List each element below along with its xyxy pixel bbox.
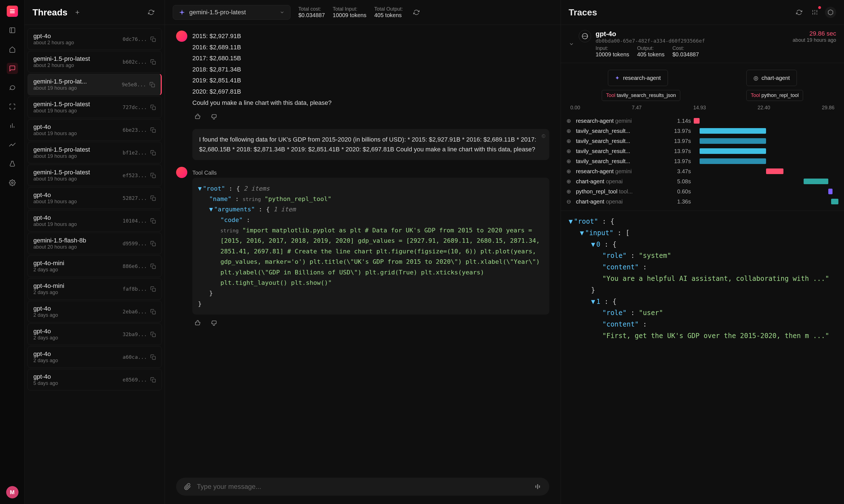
copy-icon[interactable] [150,36,156,42]
expand-icon[interactable] [7,101,18,112]
voice-icon[interactable] [534,483,541,490]
minus-icon[interactable]: ⊖ [567,198,573,205]
gemini-icon [179,9,185,16]
thread-item[interactable]: gemini-1.5-pro-latestabout 19 hours agob… [28,142,162,163]
copy-icon[interactable] [149,82,155,88]
copy-icon[interactable] [150,195,156,201]
home-icon[interactable] [7,44,18,55]
user-message: I found the following data for UK's GDP … [192,129,549,160]
panel-icon[interactable] [7,25,18,36]
plus-icon[interactable]: ⊕ [567,128,573,134]
thread-item[interactable]: gpt-4o2 days ago32ba9... [28,323,162,345]
span-row[interactable]: ⊕research-agent gemini1.14s [567,116,838,126]
thread-item[interactable]: gpt-4o2 days agoa60ca... [28,346,162,368]
thumbs-up-button[interactable] [192,111,203,122]
chevron-down-icon[interactable] [569,41,574,47]
plus-icon[interactable]: ⊕ [567,148,573,155]
plus-icon[interactable]: ⊕ [567,158,573,164]
thread-item[interactable]: gpt-4o-mini2 days ago886e6... [28,255,162,277]
openai-icon [579,30,591,42]
thumbs-down-button[interactable] [208,317,219,328]
span-row[interactable]: ⊖chart-agent openai1.36s [567,197,838,206]
svg-rect-17 [152,243,156,246]
thread-item[interactable]: gemini-1.5-pro-latestabout 2 hours agob6… [28,51,162,73]
new-thread-button[interactable] [72,7,83,18]
tool-calls-label: Tool Calls [192,169,549,176]
span-row[interactable]: ⊕tavily_search_result... 13.97s [567,146,838,156]
span-row[interactable]: ⊕chart-agent openai5.08s [567,176,838,186]
copy-icon[interactable] [150,241,156,246]
chat-header: gemini-1.5-pro-latest Total cost: $0.034… [165,0,560,25]
span-row[interactable]: ⊕python_repl_tool tool...0.60s [567,186,838,197]
filter-button[interactable] [809,7,821,18]
message-input[interactable] [197,483,528,490]
span-list: ⊕research-agent gemini1.14s⊕tavily_searc… [561,114,844,211]
thread-item[interactable]: gpt-4oabout 19 hours ago10104... [28,210,162,232]
svg-rect-12 [152,129,156,132]
span-row[interactable]: ⊕tavily_search_result... 13.97s [567,126,838,136]
user-avatar[interactable]: M [6,486,18,498]
refresh-threads-button[interactable] [145,7,157,18]
copy-icon[interactable] [150,331,156,337]
copy-icon[interactable] [150,127,156,133]
copy-icon[interactable] [150,264,156,269]
tavily-tool-node[interactable]: Tool tavily_search_results_json [602,90,680,101]
refresh-traces-button[interactable] [793,7,805,18]
copy-icon[interactable] [150,354,156,360]
trace-model: gpt-4o [596,30,788,38]
flask-icon[interactable] [7,158,18,169]
chat-icon[interactable] [7,82,18,93]
trace-time: about 19 hours ago [793,37,836,43]
plus-icon[interactable]: ⊕ [567,178,573,185]
plus-icon[interactable]: ⊕ [567,168,573,175]
span-row[interactable]: ⊕research-agent gemini3.47s [567,166,838,176]
span-row[interactable]: ⊕tavily_search_result... 13.97s [567,156,838,166]
settings-icon[interactable] [7,177,18,188]
thread-item[interactable]: gemini-1.5-pro-latestabout 19 hours agoe… [28,164,162,186]
thread-item[interactable]: gpt-4oabout 2 hours ago0dc76... [28,28,162,50]
assistant-message: 2015: $2,927.91B2016: $2,689.11B2017: $2… [192,31,549,108]
thread-item[interactable]: gpt-4o5 days agoe8569... [28,369,162,391]
python-tool-node[interactable]: Tool python_repl_tool [747,90,803,101]
thread-item[interactable]: gemini-1.5-pro-lat...about 19 hours ago9… [28,74,162,95]
plus-icon[interactable]: ⊕ [567,118,573,124]
thread-item[interactable]: gemini-1.5-flash-8babout 20 hours agod95… [28,233,162,254]
svg-rect-15 [152,197,156,200]
analytics-icon[interactable] [7,120,18,131]
chevron-down-icon [280,10,285,15]
thumbs-down-button[interactable] [208,111,219,122]
thread-item[interactable]: gpt-4oabout 19 hours ago52827... [28,187,162,209]
attach-icon[interactable] [184,483,191,490]
copy-icon[interactable] [150,309,156,314]
copy-icon[interactable] [150,105,156,110]
plus-icon[interactable]: ⊕ [567,138,573,144]
research-agent-node[interactable]: ✦research-agent [608,70,668,86]
svg-rect-13 [152,152,156,155]
refresh-chat-button[interactable] [411,7,422,18]
copy-icon[interactable] [150,218,156,224]
model-selector[interactable]: gemini-1.5-pro-latest [173,5,290,20]
total-output: Total Output: 405 tokens [374,6,403,18]
copy-icon[interactable] [150,150,156,156]
thread-item[interactable]: gpt-4o2 days ago2eba6... [28,301,162,322]
span-row[interactable]: ⊕tavily_search_result... 13.97s [567,136,838,146]
copy-icon[interactable] [150,173,156,178]
threads-list: gpt-4oabout 2 hours ago0dc76...gemini-1.… [25,25,165,504]
thread-item[interactable]: gpt-4o-mini2 days agofaf8b... [28,278,162,300]
copyright-icon: © [542,132,545,141]
copy-icon[interactable] [150,286,156,292]
chart-agent-node[interactable]: ◎chart-agent [747,70,797,86]
plus-icon[interactable]: ⊕ [567,188,573,195]
copy-icon[interactable] [150,377,156,383]
threads-icon[interactable] [7,63,18,74]
cube-button[interactable] [825,7,836,18]
thumbs-up-button[interactable] [192,317,203,328]
thread-item[interactable]: gpt-4oabout 19 hours ago6be23... [28,119,162,141]
thread-item[interactable]: gemini-1.5-pro-latestabout 19 hours ago7… [28,96,162,118]
trending-icon[interactable] [7,139,18,150]
total-input: Total Input: 10009 tokens [333,6,366,18]
tool-json: ▼"root" : { 2 items "name" : string "pyt… [192,178,549,315]
copy-icon[interactable] [150,59,156,65]
nav-rail: M [0,0,25,504]
svg-rect-14 [152,175,156,178]
